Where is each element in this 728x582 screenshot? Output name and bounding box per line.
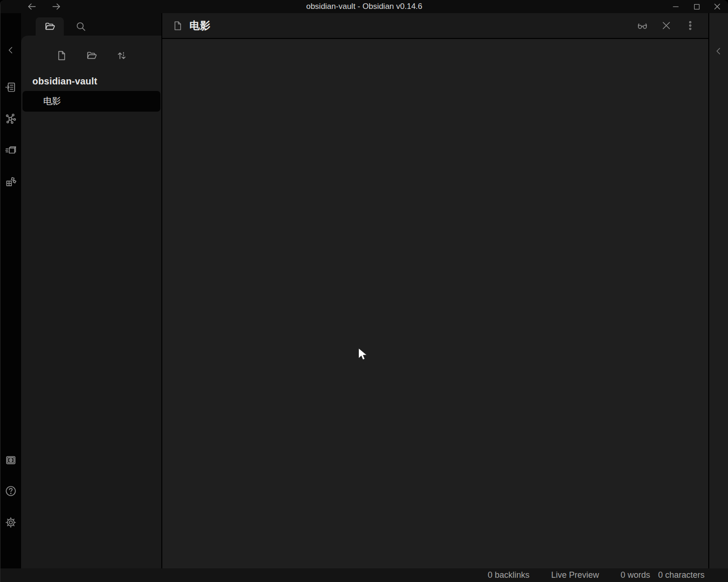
status-word-count: 0 words	[621, 570, 650, 580]
vault-switcher-button[interactable]	[3, 452, 19, 468]
chevron-left-icon	[6, 45, 16, 55]
new-note-button[interactable]	[55, 49, 68, 62]
gear-icon	[5, 516, 17, 529]
quick-switcher-button[interactable]	[3, 79, 19, 95]
chevron-left-icon	[713, 46, 724, 56]
help-icon	[5, 485, 17, 497]
vault-icon	[5, 454, 17, 466]
help-button[interactable]	[3, 483, 19, 499]
new-folder-button[interactable]	[85, 49, 98, 62]
arrow-left-icon	[27, 1, 37, 12]
file-item-selected[interactable]: 电影	[23, 91, 160, 112]
tab-file-explorer[interactable]	[36, 17, 64, 36]
maximize-button[interactable]	[690, 1, 704, 12]
editor-pane: 电影	[162, 13, 708, 568]
reading-view-button[interactable]	[635, 19, 649, 33]
minimize-button[interactable]	[669, 1, 683, 12]
graph-view-icon	[5, 113, 17, 125]
status-backlinks[interactable]: 0 backlinks	[488, 570, 530, 580]
random-note-button[interactable]	[3, 174, 19, 189]
left-sidebar: obsidian-vault 电影	[21, 13, 161, 568]
collapse-left-sidebar-button[interactable]	[3, 42, 19, 58]
forward-button[interactable]	[49, 1, 63, 12]
new-note-icon	[56, 50, 68, 61]
titlebar: obsidian-vault - Obsidian v0.14.6	[0, 0, 728, 13]
history-nav	[25, 0, 63, 13]
back-button[interactable]	[25, 1, 39, 12]
right-sidebar-collapsed	[708, 13, 728, 568]
editor-content[interactable]	[162, 39, 708, 568]
note-file-icon	[172, 20, 183, 31]
maximize-icon	[692, 2, 701, 11]
arrow-right-icon	[51, 1, 61, 12]
minimize-icon	[671, 2, 681, 11]
random-note-icon	[5, 175, 17, 188]
note-title[interactable]: 电影	[190, 19, 211, 33]
close-icon	[713, 2, 722, 11]
new-folder-icon	[86, 50, 98, 61]
graph-view-button[interactable]	[3, 111, 19, 127]
vault-title: obsidian-vault	[32, 76, 161, 87]
main-area: obsidian-vault 电影 电影	[0, 13, 728, 568]
close-window-button[interactable]	[710, 1, 724, 12]
sort-order-icon	[116, 50, 128, 61]
folder-icon	[44, 21, 56, 32]
left-ribbon	[0, 13, 21, 568]
window-controls	[669, 0, 724, 13]
sidebar-tabstrip	[21, 13, 161, 36]
obsidian-window: obsidian-vault - Obsidian v0.14.6	[0, 0, 728, 582]
more-options-icon	[684, 20, 696, 31]
mouse-cursor	[358, 348, 368, 362]
quick-switcher-icon	[5, 81, 17, 93]
more-options-button[interactable]	[683, 19, 697, 33]
status-character-count: 0 characters	[658, 570, 705, 580]
statusbar: 0 backlinks Live Preview 0 words 0 chara…	[0, 568, 728, 582]
search-icon	[75, 21, 87, 32]
glasses-icon	[637, 20, 648, 31]
settings-button[interactable]	[3, 514, 19, 530]
status-editor-mode[interactable]: Live Preview	[551, 570, 599, 580]
file-explorer-panel: obsidian-vault 电影	[21, 36, 161, 568]
view-header: 电影	[162, 13, 708, 39]
explorer-actions	[21, 36, 161, 62]
close-pane-button[interactable]	[659, 19, 673, 33]
daily-note-button[interactable]	[3, 142, 19, 158]
close-icon	[660, 20, 672, 31]
expand-right-sidebar-button[interactable]	[711, 43, 727, 59]
tab-search[interactable]	[67, 17, 95, 36]
view-actions	[635, 19, 697, 33]
sort-order-button[interactable]	[115, 49, 128, 62]
window-title: obsidian-vault - Obsidian v0.14.6	[306, 0, 423, 13]
daily-note-icon	[5, 144, 17, 156]
